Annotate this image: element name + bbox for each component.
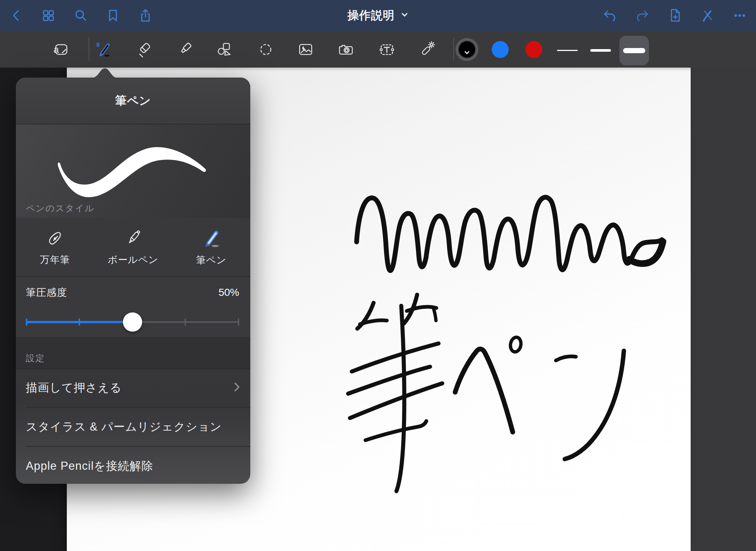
undo-icon xyxy=(602,8,618,23)
title-bar: 操作説明 xyxy=(0,0,756,31)
pen-style-brush-selected[interactable]: 筆ペン xyxy=(172,218,250,276)
pen-settings-popup: 筆ペン ペンのスタイル 万年筆 ボールペン xyxy=(16,78,250,484)
add-page-icon xyxy=(667,8,683,23)
svg-text:a: a xyxy=(54,44,59,55)
pressure-value: 50% xyxy=(219,287,239,298)
undo-button[interactable] xyxy=(602,7,618,24)
highlighter-tool[interactable] xyxy=(176,41,193,58)
ellipsis-icon xyxy=(732,8,748,23)
popup-arrow xyxy=(92,68,118,78)
setting-row-stylus-palm-rejection[interactable]: スタイラス & パームリジェクション xyxy=(16,408,250,446)
lasso-tool[interactable] xyxy=(257,41,275,58)
pen-disabled-icon xyxy=(700,8,715,23)
pen-style-options: 万年筆 ボールペン 筆ペン xyxy=(16,218,250,277)
pressure-sensitivity-section: 筆圧感度 50% xyxy=(16,277,250,337)
thickness-thin[interactable] xyxy=(557,50,578,51)
setting-row-label: Apple Pencilを接続解除 xyxy=(26,458,153,474)
settings-section-header: 設定 xyxy=(16,337,250,369)
zoom-window-tool[interactable]: a xyxy=(52,41,70,58)
eraser-tool[interactable] xyxy=(136,41,154,58)
slider-tick-100 xyxy=(238,318,239,326)
toolbar-separator xyxy=(89,38,89,61)
chevron-right-icon xyxy=(233,381,241,394)
camera-tool[interactable] xyxy=(337,41,355,58)
text-icon xyxy=(378,40,396,59)
popup-title: 筆ペン xyxy=(115,93,151,109)
brush-pen-tool[interactable] xyxy=(94,41,112,58)
laser-pointer-icon xyxy=(419,40,436,59)
more-button[interactable] xyxy=(732,7,748,24)
zoom-window-icon: a xyxy=(52,41,70,58)
slider-tick-0 xyxy=(26,318,27,326)
image-tool[interactable] xyxy=(297,41,315,58)
pen-style-label: ボールペン xyxy=(108,253,158,266)
pressure-label: 筆圧感度 xyxy=(26,286,67,299)
color-swatch-blue[interactable] xyxy=(492,41,509,58)
pen-style-label: 筆ペン xyxy=(196,254,226,267)
image-icon xyxy=(297,40,315,59)
black-swatch-circle xyxy=(459,41,475,58)
chevron-down-icon xyxy=(401,11,409,20)
pen-style-fountain[interactable]: 万年筆 xyxy=(16,218,94,276)
setting-row-disconnect-apple-pencil[interactable]: Apple Pencilを接続解除 xyxy=(16,447,250,485)
stroke-preview: ペンのスタイル xyxy=(16,124,250,218)
page-title: 操作説明 xyxy=(347,8,395,23)
shapes-tool[interactable] xyxy=(216,41,233,58)
pen-style-section-label: ペンのスタイル xyxy=(26,202,94,214)
setting-row-label: 描画して押さえる xyxy=(26,380,122,396)
color-swatch-black[interactable] xyxy=(456,38,478,61)
thickness-thick xyxy=(623,48,645,53)
eraser-icon xyxy=(136,41,154,58)
setting-row-draw-and-hold[interactable]: 描画して押さえる xyxy=(16,369,250,407)
slider-tick-75 xyxy=(185,318,186,326)
chevron-down-icon xyxy=(464,49,470,58)
laser-pointer-tool[interactable] xyxy=(419,41,436,58)
brush-pen-icon xyxy=(94,39,112,60)
disable-pen-button[interactable] xyxy=(700,7,716,24)
color-swatch-red[interactable] xyxy=(525,41,542,58)
highlighter-icon xyxy=(176,41,193,58)
text-tool[interactable] xyxy=(378,41,396,58)
fountain-pen-icon xyxy=(45,228,65,248)
settings-label: 設定 xyxy=(26,352,45,364)
lasso-icon xyxy=(257,41,275,58)
add-page-button[interactable] xyxy=(667,7,683,24)
thickness-medium[interactable] xyxy=(590,49,611,52)
setting-row-label: スタイラス & パームリジェクション xyxy=(26,419,222,435)
popup-header: 筆ペン xyxy=(16,78,250,124)
toolbar-separator xyxy=(453,38,454,61)
redo-button[interactable] xyxy=(634,7,650,24)
thickness-thick-selected[interactable] xyxy=(619,36,649,65)
pressure-slider[interactable] xyxy=(26,312,239,332)
tools-toolbar: a xyxy=(0,31,756,68)
shapes-icon xyxy=(216,40,233,59)
slider-handle[interactable] xyxy=(123,312,142,332)
redo-icon xyxy=(635,8,650,23)
pen-style-ballpoint[interactable]: ボールペン xyxy=(94,218,172,276)
camera-icon xyxy=(337,40,355,59)
ballpoint-pen-icon xyxy=(123,228,143,248)
brush-pen-icon xyxy=(200,228,222,249)
pen-style-label: 万年筆 xyxy=(40,253,70,266)
slider-tick-25 xyxy=(79,318,80,326)
